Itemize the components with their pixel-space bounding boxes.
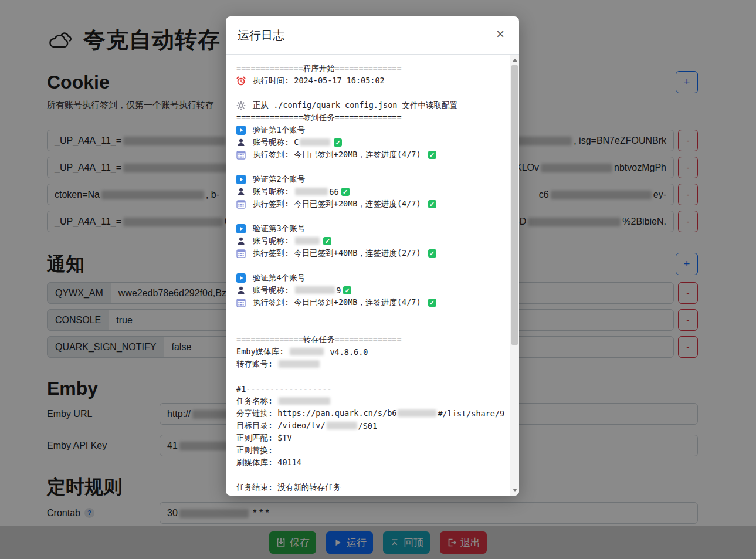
- log-line: [236, 161, 508, 173]
- log-line: 任务名称:: [236, 395, 508, 407]
- redacted-text: [279, 360, 320, 368]
- text: 执行签到: 今日已签到+20MB，连签进度(4/7): [253, 199, 426, 209]
- text: 执行签到: 今日已签到+20MB，连签进度(4/7): [253, 150, 426, 160]
- check-icon: ✓: [341, 188, 350, 196]
- play-icon: [236, 175, 246, 184]
- text: 分享链接: https://pan.quark.cn/s/b6: [236, 408, 396, 419]
- calendar-icon: [236, 249, 246, 258]
- log-line: 转存账号:: [236, 358, 508, 370]
- log-line: 分享链接: https://pan.quark.cn/s/b6#/list/sh…: [236, 407, 508, 419]
- person-icon: [236, 187, 246, 197]
- check-icon: ✓: [323, 237, 331, 245]
- modal-header: 运行日志 ×: [226, 16, 519, 55]
- text: 账号昵称:: [253, 236, 294, 246]
- text: /S01: [358, 421, 378, 431]
- person-icon: [236, 286, 246, 295]
- log-line: 执行签到: 今日已签到+20MB，连签进度(4/7) ✓: [236, 296, 508, 309]
- scrollbar-thumb[interactable]: [511, 65, 518, 345]
- text: 账号昵称:: [253, 187, 294, 197]
- play-icon: [236, 126, 246, 135]
- calendar-icon: [236, 150, 246, 160]
- text: 刷媒体库: 40114: [236, 458, 301, 468]
- text: 目标目录: /video/tv/: [236, 421, 326, 431]
- check-icon: ✓: [428, 249, 436, 258]
- log-line: 账号昵称: 9✓: [236, 284, 508, 296]
- redacted-text: [327, 422, 357, 429]
- log-line: 正则替换:: [236, 444, 508, 456]
- text: 验证第4个账号: [253, 273, 305, 283]
- redacted-text: [279, 397, 330, 405]
- text: ==============转存任务==============: [236, 334, 402, 345]
- log-line: [236, 210, 508, 222]
- scroll-up-arrow[interactable]: [510, 56, 519, 65]
- log-line: 执行签到: 今日已签到+40MB，连签进度(2/7) ✓: [236, 247, 508, 259]
- text: 账号昵称: C: [253, 137, 299, 148]
- text: ==============程序开始==============: [236, 63, 402, 74]
- redacted-text: [295, 286, 335, 294]
- modal-scrollbar[interactable]: [510, 55, 519, 496]
- log-line: Emby媒体库: v4.8.6.0: [236, 345, 508, 358]
- log-line: 正则匹配: $TV: [236, 432, 508, 444]
- gear-icon: [236, 101, 246, 110]
- text: 正则匹配: $TV: [236, 433, 292, 443]
- log-line: [236, 469, 508, 481]
- check-icon: ✓: [428, 151, 436, 159]
- text: 执行签到: 今日已签到+40MB，连签进度(2/7): [253, 248, 426, 259]
- person-icon: [236, 138, 246, 147]
- log-line: [236, 309, 508, 321]
- alarm-icon: [236, 76, 246, 86]
- scroll-down-arrow[interactable]: [510, 486, 519, 494]
- log-line: [236, 87, 508, 99]
- play-icon: [236, 273, 246, 283]
- log-line: 账号昵称: C✓: [236, 136, 508, 148]
- text: #1------------------: [236, 384, 332, 394]
- text: 9: [336, 286, 341, 295]
- text: 任务名称:: [236, 396, 277, 406]
- log-line: ==============转存任务==============: [236, 333, 508, 345]
- text: 验证第3个账号: [253, 223, 305, 234]
- check-icon: ✓: [343, 286, 351, 294]
- text: #/list/share/9: [438, 409, 504, 418]
- check-icon: ✓: [334, 138, 342, 147]
- log-line: 任务结束: 没有新的转存任务: [236, 481, 508, 493]
- text: 验证第2个账号: [253, 174, 305, 185]
- text: 执行签到: 今日已签到+20MB，连签进度(4/7): [253, 297, 426, 308]
- log-line: 执行签到: 今日已签到+20MB，连签进度(4/7) ✓: [236, 198, 508, 210]
- redacted-text: [290, 348, 324, 355]
- log-line: 执行时间: 2024-05-17 16:05:02: [236, 74, 508, 87]
- log-line: 刷媒体库: 40114: [236, 456, 508, 469]
- log-output: ==============程序开始==============执行时间: 20…: [226, 55, 510, 496]
- log-line: 验证第4个账号: [236, 272, 508, 284]
- text: v4.8.6.0: [325, 347, 368, 357]
- log-line: [236, 259, 508, 272]
- app-root: 夸克自动转存 Cookie + 所有账号执行签到，仅第一个账号执行转存 _UP_…: [0, 0, 756, 559]
- calendar-icon: [236, 199, 246, 209]
- log-line: [236, 321, 508, 333]
- text: 转存账号:: [236, 359, 277, 370]
- play-icon: [236, 224, 246, 233]
- text: 任务结束: 没有新的转存任务: [236, 482, 341, 493]
- close-icon[interactable]: ×: [491, 25, 510, 43]
- check-icon: ✓: [428, 299, 436, 307]
- log-line: 账号昵称: 66✓: [236, 185, 508, 198]
- log-line: 账号昵称: ✓: [236, 235, 508, 247]
- text: ==============签到任务==============: [236, 113, 402, 123]
- text: 验证第1个账号: [253, 125, 305, 135]
- log-line: #1------------------: [236, 382, 508, 395]
- log-line: 目标目录: /video/tv//S01: [236, 419, 508, 432]
- calendar-icon: [236, 298, 246, 307]
- text: 账号昵称:: [253, 285, 294, 296]
- text: 正则替换:: [236, 445, 277, 456]
- person-icon: [236, 236, 246, 246]
- log-line: 验证第3个账号: [236, 222, 508, 235]
- redacted-text: [398, 409, 436, 417]
- log-line: 正从 ./config/quark_config.json 文件中读取配置: [236, 99, 508, 111]
- run-log-modal: 运行日志 × ==============程序开始==============执…: [226, 16, 519, 496]
- text: 66: [329, 187, 338, 197]
- log-line: 验证第1个账号: [236, 124, 508, 136]
- text: Emby媒体库:: [236, 347, 289, 357]
- modal-title: 运行日志: [238, 28, 507, 43]
- check-icon: ✓: [428, 200, 436, 208]
- log-line: ==============签到任务==============: [236, 111, 508, 124]
- log-line: ==============程序开始==============: [236, 62, 508, 74]
